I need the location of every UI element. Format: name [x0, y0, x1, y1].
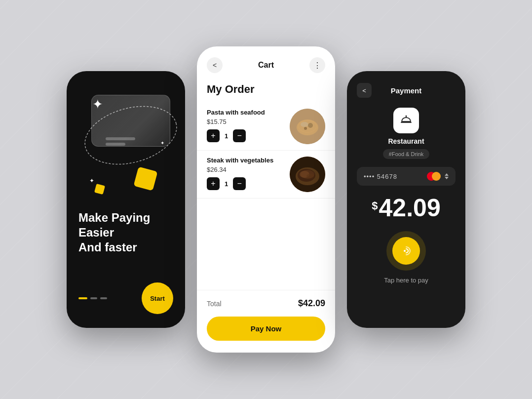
yellow-diamond-small	[94, 184, 105, 195]
mastercard-icon	[427, 172, 441, 181]
onboarding-text: Make Paying Easier And faster	[78, 210, 173, 267]
onboarding-title: Make Paying Easier And faster	[78, 210, 173, 255]
quantity-decrease-button[interactable]: −	[233, 129, 246, 142]
dot-1	[78, 297, 87, 299]
svg-point-3	[301, 122, 308, 127]
sparkle-icon-1: ✦	[92, 97, 103, 112]
cart-screen: < Cart ⋮ My Order Pasta with seafood $15…	[197, 46, 335, 353]
tap-label: Tap here to pay	[384, 277, 428, 284]
payment-back-button[interactable]: <	[357, 83, 372, 98]
onboarding-bottom: Start	[78, 282, 173, 314]
payment-header: < Payment	[357, 83, 456, 98]
amount-value: 42.09	[379, 196, 441, 220]
cart-item-name: Pasta with seafood	[207, 109, 284, 116]
dot-3	[100, 297, 107, 299]
cart-item: Pasta with seafood $15.75 + 1 −	[197, 103, 335, 151]
quantity-value: 1	[225, 180, 228, 188]
pay-now-button[interactable]: Pay Now	[207, 317, 325, 341]
start-button[interactable]: Start	[142, 282, 173, 314]
tap-button-outer[interactable]	[386, 231, 426, 271]
restaurant-tag: #Food & Drink	[383, 149, 429, 159]
cart-menu-button[interactable]: ⋮	[309, 57, 325, 73]
quantity-control: + 1 −	[207, 129, 284, 142]
restaurant-icon	[393, 108, 419, 133]
svg-point-12	[301, 170, 314, 179]
cart-item-info: Steak with vegetables $26.34 + 1 −	[207, 157, 284, 190]
svg-point-15	[404, 250, 406, 252]
total-label: Total	[207, 300, 222, 308]
tap-button-inner[interactable]	[392, 237, 420, 265]
cart-item: Steak with vegetables $26.34 + 1 −	[197, 151, 335, 199]
steak-image	[290, 157, 325, 192]
card-number: •••• 54678	[364, 173, 397, 180]
order-section-title: My Order	[197, 78, 335, 103]
pasta-image	[290, 109, 325, 144]
arrow-up-icon	[445, 173, 449, 176]
card-selector[interactable]: •••• 54678	[357, 167, 456, 186]
onboarding-screen: ✦ ✦ ✦ Make Paying Easier And faster Star…	[67, 71, 185, 328]
card-graphic: ✦ ✦ ✦	[81, 86, 170, 185]
cart-item-price: $15.75	[207, 118, 284, 125]
card-arrows	[445, 173, 449, 179]
svg-point-2	[297, 120, 318, 135]
cart-back-button[interactable]: <	[207, 57, 223, 73]
cart-title: Cart	[258, 61, 274, 70]
arrow-down-icon	[445, 177, 449, 179]
restaurant-name: Restaurant	[388, 137, 424, 145]
pagination-dots	[78, 297, 107, 299]
quantity-increase-button[interactable]: +	[207, 129, 220, 142]
dot-2	[90, 297, 97, 299]
svg-point-5	[304, 127, 307, 130]
cart-header: < Cart ⋮	[197, 46, 335, 78]
currency-symbol: $	[372, 200, 378, 212]
cart-item-info: Pasta with seafood $15.75 + 1 −	[207, 109, 284, 142]
sparkle-icon-2: ✦	[160, 140, 164, 146]
mc-orange-circle	[432, 172, 441, 181]
quantity-increase-button[interactable]: +	[207, 177, 220, 190]
payment-screen: < Payment Restaurant #Food & Drink •••• …	[347, 71, 465, 328]
sparkle-icon-3: ✦	[89, 177, 94, 184]
card-right	[427, 172, 449, 181]
cart-total: Total $42.09	[197, 290, 335, 317]
quantity-value: 1	[225, 132, 228, 140]
quantity-decrease-button[interactable]: −	[233, 177, 246, 190]
svg-point-14	[406, 116, 407, 117]
total-value: $42.09	[298, 298, 325, 309]
cart-item-price: $26.34	[207, 166, 284, 173]
svg-point-4	[308, 123, 313, 128]
payment-title: Payment	[391, 86, 422, 95]
cart-item-name: Steak with vegetables	[207, 157, 284, 164]
payment-amount: $ 42.09	[372, 196, 440, 220]
quantity-control: + 1 −	[207, 177, 284, 190]
